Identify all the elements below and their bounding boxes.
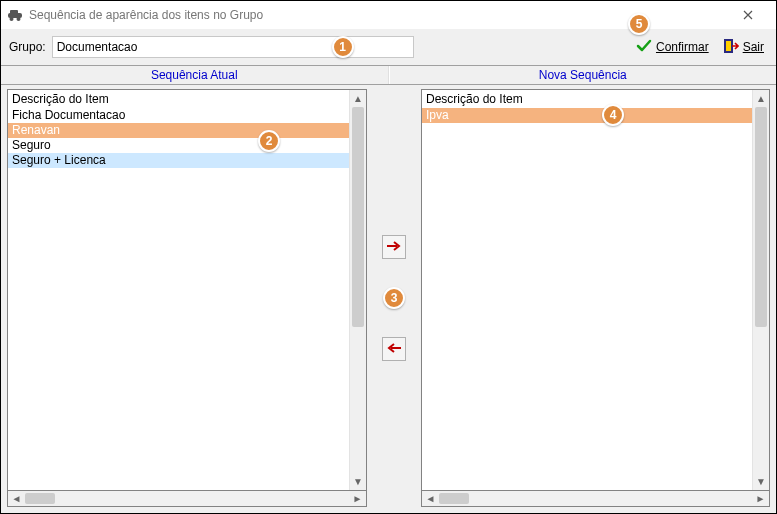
close-icon [743,7,753,23]
header-left: Sequência Atual [1,66,389,84]
scroll-left-icon[interactable]: ◄ [422,491,439,506]
move-left-button[interactable] [382,337,406,361]
left-panel: Descrição do Item 2 Ficha DocumentacaoRe… [7,89,367,507]
list-item[interactable]: Renavan [8,123,349,138]
transfer-controls: 3 [367,89,421,507]
scroll-left-icon[interactable]: ◄ [8,491,25,506]
title-bar: Sequência de aparência dos itens no Grup… [1,1,776,29]
scroll-thumb[interactable] [755,107,767,327]
scroll-right-icon[interactable]: ► [752,491,769,506]
app-icon [7,7,23,23]
svg-point-1 [10,17,14,21]
exit-button[interactable]: Sair [719,35,768,59]
close-button[interactable] [726,1,770,29]
left-horizontal-scrollbar[interactable]: ◄ ► [7,490,367,507]
right-panel: Descrição do Item 4 Ipva ▲ ▼ ◄ ► [421,89,770,507]
left-listbox[interactable]: Descrição do Item 2 Ficha DocumentacaoRe… [7,89,367,491]
scroll-down-icon[interactable]: ▼ [350,473,366,490]
svg-rect-5 [726,41,731,51]
arrow-left-icon [386,342,402,357]
svg-point-2 [17,17,21,21]
list-item[interactable]: Ficha Documentacao [8,108,349,123]
list-item[interactable]: Seguro + Licenca [8,153,349,168]
scroll-thumb[interactable] [25,493,55,504]
body: Descrição do Item 2 Ficha DocumentacaoRe… [1,85,776,513]
check-icon [636,38,652,57]
toolbar: Grupo: 1 5 Confirmar Sair [1,29,776,65]
scroll-right-icon[interactable]: ► [349,491,366,506]
arrow-right-icon [386,240,402,255]
confirm-button[interactable]: Confirmar [632,35,713,59]
move-right-button[interactable] [382,235,406,259]
annotation-badge-3: 3 [383,287,405,309]
scroll-up-icon[interactable]: ▲ [350,90,366,107]
left-vertical-scrollbar[interactable]: ▲ ▼ [349,90,366,490]
header-right: Nova Sequência [389,66,777,84]
left-column-header: Descrição do Item [8,90,349,108]
exit-icon [723,38,739,57]
svg-rect-3 [10,10,18,14]
list-item[interactable]: Seguro [8,138,349,153]
scroll-up-icon[interactable]: ▲ [753,90,769,107]
group-input[interactable] [52,36,414,58]
right-listbox[interactable]: Descrição do Item 4 Ipva ▲ ▼ [421,89,770,491]
exit-label: Sair [743,40,764,54]
right-column-header: Descrição do Item [422,90,752,108]
scroll-thumb[interactable] [439,493,469,504]
list-item[interactable]: Ipva [422,108,752,123]
group-label: Grupo: [9,40,46,54]
right-vertical-scrollbar[interactable]: ▲ ▼ [752,90,769,490]
scroll-down-icon[interactable]: ▼ [753,473,769,490]
right-horizontal-scrollbar[interactable]: ◄ ► [421,490,770,507]
column-headers: Sequência Atual Nova Sequência [1,65,776,85]
app-window: Sequência de aparência dos itens no Grup… [0,0,777,514]
window-title: Sequência de aparência dos itens no Grup… [29,8,726,22]
scroll-thumb[interactable] [352,107,364,327]
confirm-label: Confirmar [656,40,709,54]
